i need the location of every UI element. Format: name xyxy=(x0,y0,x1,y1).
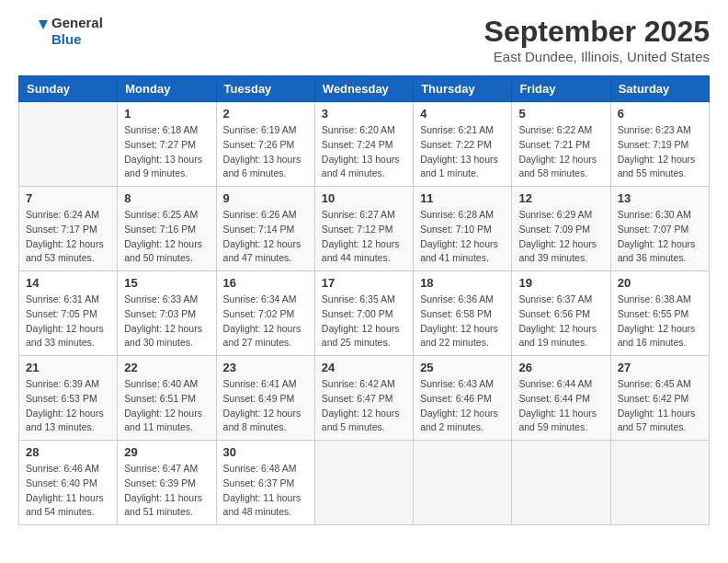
page-header: General Blue September 2025 East Dundee,… xyxy=(18,15,710,64)
calendar-cell: 2Sunrise: 6:19 AMSunset: 7:26 PMDaylight… xyxy=(216,102,314,187)
day-number: 12 xyxy=(518,191,603,205)
day-number: 27 xyxy=(618,361,702,374)
day-number: 29 xyxy=(124,445,209,459)
day-info: Sunrise: 6:38 AMSunset: 6:55 PMDaylight:… xyxy=(618,293,702,350)
day-number: 19 xyxy=(518,276,603,290)
weekday-header-saturday: Saturday xyxy=(610,76,709,102)
calendar-week-5: 28Sunrise: 6:46 AMSunset: 6:40 PMDayligh… xyxy=(19,441,710,525)
calendar-cell: 30Sunrise: 6:48 AMSunset: 6:37 PMDayligh… xyxy=(216,441,314,525)
calendar-cell: 16Sunrise: 6:34 AMSunset: 7:02 PMDayligh… xyxy=(216,271,314,356)
day-info: Sunrise: 6:47 AMSunset: 6:39 PMDaylight:… xyxy=(124,462,209,520)
logo: General Blue xyxy=(18,15,103,48)
calendar-cell: 7Sunrise: 6:24 AMSunset: 7:17 PMDaylight… xyxy=(19,187,118,271)
day-number: 20 xyxy=(618,276,702,290)
calendar-cell: 26Sunrise: 6:44 AMSunset: 6:44 PMDayligh… xyxy=(512,356,610,441)
day-info: Sunrise: 6:19 AMSunset: 7:26 PMDaylight:… xyxy=(223,123,308,181)
title-area: September 2025 East Dundee, Illinois, Un… xyxy=(484,15,710,64)
day-info: Sunrise: 6:30 AMSunset: 7:07 PMDaylight:… xyxy=(618,208,702,266)
day-number: 26 xyxy=(518,361,603,374)
calendar-week-3: 14Sunrise: 6:31 AMSunset: 7:05 PMDayligh… xyxy=(19,271,710,356)
day-number: 8 xyxy=(124,191,209,205)
day-number: 30 xyxy=(223,445,308,459)
day-number: 22 xyxy=(124,361,209,374)
day-info: Sunrise: 6:42 AMSunset: 6:47 PMDaylight:… xyxy=(322,377,406,435)
weekday-header-thursday: Thursday xyxy=(414,76,512,102)
day-info: Sunrise: 6:22 AMSunset: 7:21 PMDaylight:… xyxy=(518,123,603,181)
day-number: 3 xyxy=(322,107,406,121)
calendar-cell: 25Sunrise: 6:43 AMSunset: 6:46 PMDayligh… xyxy=(414,356,512,441)
day-info: Sunrise: 6:34 AMSunset: 7:02 PMDaylight:… xyxy=(223,293,308,350)
day-number: 4 xyxy=(420,107,505,121)
day-number: 7 xyxy=(26,191,110,205)
day-info: Sunrise: 6:24 AMSunset: 7:17 PMDaylight:… xyxy=(26,208,110,266)
day-number: 17 xyxy=(322,276,406,290)
calendar-cell: 12Sunrise: 6:29 AMSunset: 7:09 PMDayligh… xyxy=(512,187,610,271)
day-number: 21 xyxy=(26,361,110,374)
day-info: Sunrise: 6:23 AMSunset: 7:19 PMDaylight:… xyxy=(618,123,702,181)
day-info: Sunrise: 6:33 AMSunset: 7:03 PMDaylight:… xyxy=(124,293,209,350)
day-number: 28 xyxy=(26,445,110,459)
day-number: 23 xyxy=(223,361,308,374)
calendar-cell: 29Sunrise: 6:47 AMSunset: 6:39 PMDayligh… xyxy=(118,441,216,525)
calendar-cell: 14Sunrise: 6:31 AMSunset: 7:05 PMDayligh… xyxy=(19,271,118,356)
calendar-cell: 4Sunrise: 6:21 AMSunset: 7:22 PMDaylight… xyxy=(414,102,512,187)
day-number: 5 xyxy=(518,107,603,121)
day-number: 25 xyxy=(420,361,505,374)
weekday-header-friday: Friday xyxy=(512,76,610,102)
calendar-cell: 18Sunrise: 6:36 AMSunset: 6:58 PMDayligh… xyxy=(414,271,512,356)
day-info: Sunrise: 6:26 AMSunset: 7:14 PMDaylight:… xyxy=(223,208,308,266)
calendar-cell: 24Sunrise: 6:42 AMSunset: 6:47 PMDayligh… xyxy=(314,356,413,441)
calendar-cell: 28Sunrise: 6:46 AMSunset: 6:40 PMDayligh… xyxy=(19,441,118,525)
calendar-header-row: SundayMondayTuesdayWednesdayThursdayFrid… xyxy=(19,76,710,102)
calendar-week-4: 21Sunrise: 6:39 AMSunset: 6:53 PMDayligh… xyxy=(19,356,710,441)
month-title: September 2025 xyxy=(484,15,710,49)
day-info: Sunrise: 6:40 AMSunset: 6:51 PMDaylight:… xyxy=(124,377,209,435)
day-number: 14 xyxy=(26,276,110,290)
day-number: 24 xyxy=(322,361,406,374)
day-info: Sunrise: 6:25 AMSunset: 7:16 PMDaylight:… xyxy=(124,208,209,266)
calendar-cell: 27Sunrise: 6:45 AMSunset: 6:42 PMDayligh… xyxy=(610,356,709,441)
day-info: Sunrise: 6:21 AMSunset: 7:22 PMDaylight:… xyxy=(420,123,505,181)
calendar-cell: 19Sunrise: 6:37 AMSunset: 6:56 PMDayligh… xyxy=(512,271,610,356)
weekday-header-sunday: Sunday xyxy=(19,76,118,102)
svg-marker-0 xyxy=(39,20,48,29)
day-number: 11 xyxy=(420,191,505,205)
calendar-cell xyxy=(19,102,118,187)
calendar-cell xyxy=(414,441,512,525)
calendar-cell: 10Sunrise: 6:27 AMSunset: 7:12 PMDayligh… xyxy=(314,187,413,271)
day-info: Sunrise: 6:28 AMSunset: 7:10 PMDaylight:… xyxy=(420,208,505,266)
calendar-week-2: 7Sunrise: 6:24 AMSunset: 7:17 PMDaylight… xyxy=(19,187,710,271)
day-number: 13 xyxy=(618,191,702,205)
day-number: 6 xyxy=(618,107,702,121)
calendar-cell: 23Sunrise: 6:41 AMSunset: 6:49 PMDayligh… xyxy=(216,356,314,441)
calendar-cell: 15Sunrise: 6:33 AMSunset: 7:03 PMDayligh… xyxy=(118,271,216,356)
day-info: Sunrise: 6:29 AMSunset: 7:09 PMDaylight:… xyxy=(518,208,603,266)
weekday-header-wednesday: Wednesday xyxy=(314,76,413,102)
day-info: Sunrise: 6:44 AMSunset: 6:44 PMDaylight:… xyxy=(518,377,603,435)
day-info: Sunrise: 6:41 AMSunset: 6:49 PMDaylight:… xyxy=(223,377,308,435)
day-info: Sunrise: 6:37 AMSunset: 6:56 PMDaylight:… xyxy=(518,293,603,350)
calendar-cell: 3Sunrise: 6:20 AMSunset: 7:24 PMDaylight… xyxy=(314,102,413,187)
calendar-cell: 6Sunrise: 6:23 AMSunset: 7:19 PMDaylight… xyxy=(610,102,709,187)
calendar-cell: 13Sunrise: 6:30 AMSunset: 7:07 PMDayligh… xyxy=(610,187,709,271)
logo-blue: Blue xyxy=(51,31,103,48)
day-number: 9 xyxy=(223,191,308,205)
calendar-cell xyxy=(314,441,413,525)
calendar-cell: 5Sunrise: 6:22 AMSunset: 7:21 PMDaylight… xyxy=(512,102,610,187)
day-info: Sunrise: 6:46 AMSunset: 6:40 PMDaylight:… xyxy=(26,462,110,520)
calendar-cell: 21Sunrise: 6:39 AMSunset: 6:53 PMDayligh… xyxy=(19,356,118,441)
calendar-cell: 1Sunrise: 6:18 AMSunset: 7:27 PMDaylight… xyxy=(118,102,216,187)
day-info: Sunrise: 6:35 AMSunset: 7:00 PMDaylight:… xyxy=(322,293,406,350)
logo-svg xyxy=(18,17,48,46)
calendar-cell: 9Sunrise: 6:26 AMSunset: 7:14 PMDaylight… xyxy=(216,187,314,271)
day-info: Sunrise: 6:36 AMSunset: 6:58 PMDaylight:… xyxy=(420,293,505,350)
day-info: Sunrise: 6:31 AMSunset: 7:05 PMDaylight:… xyxy=(26,293,110,350)
day-info: Sunrise: 6:27 AMSunset: 7:12 PMDaylight:… xyxy=(322,208,406,266)
day-number: 1 xyxy=(124,107,209,121)
day-number: 10 xyxy=(322,191,406,205)
day-info: Sunrise: 6:43 AMSunset: 6:46 PMDaylight:… xyxy=(420,377,505,435)
calendar-cell: 11Sunrise: 6:28 AMSunset: 7:10 PMDayligh… xyxy=(414,187,512,271)
day-number: 2 xyxy=(223,107,308,121)
calendar-cell: 17Sunrise: 6:35 AMSunset: 7:00 PMDayligh… xyxy=(314,271,413,356)
calendar-week-1: 1Sunrise: 6:18 AMSunset: 7:27 PMDaylight… xyxy=(19,102,710,187)
